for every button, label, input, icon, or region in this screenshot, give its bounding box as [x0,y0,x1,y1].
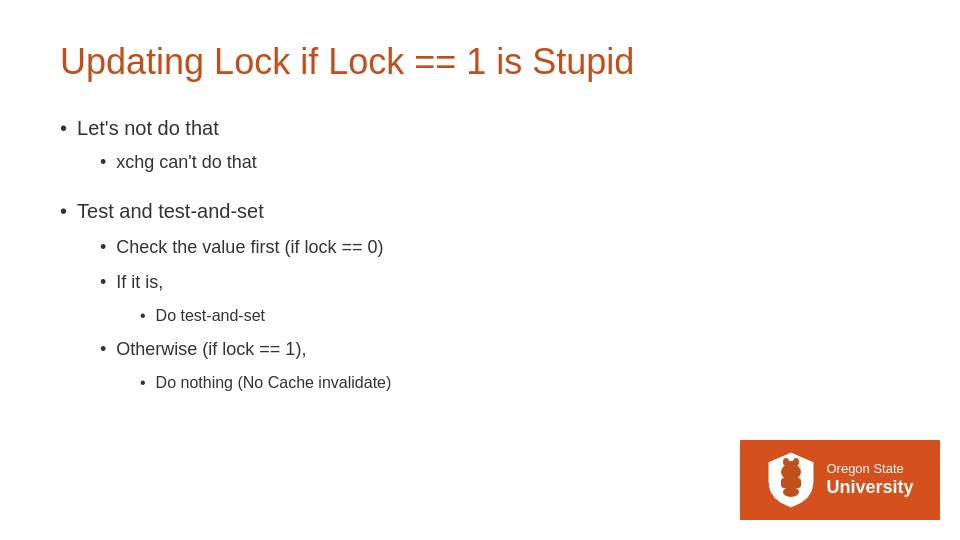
bullet-dot: • [100,269,106,296]
section-1-heading: Let's not do that [77,113,219,143]
section-2-sub-3: Otherwise (if lock == 1), [116,336,306,363]
bullet-l2-1-1: • xchg can't do that [100,149,900,176]
section-2-sub-2: If it is, [116,269,163,296]
bullet-dot: • [140,304,146,328]
osu-name-line1: Oregon State [826,461,913,477]
svg-point-4 [783,458,789,466]
bullet-dot: • [60,196,67,226]
bullet-l2-2-3: • Otherwise (if lock == 1), [100,336,900,363]
osu-name-line2: University [826,477,913,499]
bullet-l1-1: • Let's not do that [60,113,900,143]
section-1: • Let's not do that • xchg can't do that [60,113,900,176]
bullet-dot: • [100,149,106,176]
svg-point-5 [793,458,799,466]
bullet-l2-2-2: • If it is, [100,269,900,296]
bullet-dot: • [60,113,67,143]
section-2-sub-1: Check the value first (if lock == 0) [116,234,383,261]
bullet-dot: • [100,336,106,363]
osu-name: Oregon State University [826,461,913,498]
section-2-heading: Test and test-and-set [77,196,264,226]
slide-title: Updating Lock if Lock == 1 is Stupid [60,40,900,83]
bullet-l1-2: • Test and test-and-set [60,196,900,226]
slide-content: • Let's not do that • xchg can't do that… [60,113,900,395]
slide: Updating Lock if Lock == 1 is Stupid • L… [0,0,960,540]
osu-logo: Oregon State University [740,440,940,520]
section-1-sub-1: xchg can't do that [116,149,257,176]
bullet-dot: • [140,371,146,395]
bullet-l3-2-2-1: • Do test-and-set [140,304,900,328]
section-2: • Test and test-and-set • Check the valu… [60,196,900,395]
svg-point-3 [783,487,799,497]
section-2-sub-3-detail: Do nothing (No Cache invalidate) [156,371,392,395]
bullet-dot: • [100,234,106,261]
bullet-l2-2-1: • Check the value first (if lock == 0) [100,234,900,261]
section-2-sub-2-detail: Do test-and-set [156,304,265,328]
osu-shield-icon [766,450,816,510]
svg-rect-2 [781,478,801,488]
bullet-l3-2-3-1: • Do nothing (No Cache invalidate) [140,371,900,395]
